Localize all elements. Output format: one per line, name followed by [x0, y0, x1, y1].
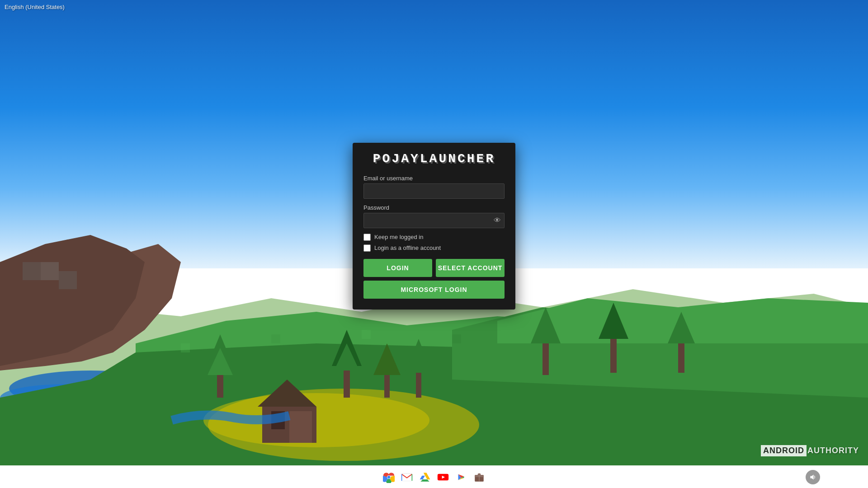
offline-account-checkbox[interactable]	[363, 244, 371, 252]
svg-rect-58	[848, 476, 849, 478]
dialog-title-container: POJAYLAUNCHER	[363, 152, 505, 166]
taskbar-package-icon[interactable]	[471, 469, 487, 485]
language-indicator: English (United States)	[5, 4, 65, 10]
microsoft-login-button[interactable]: MICROSOFT LOGIN	[363, 281, 505, 299]
email-input[interactable]	[363, 183, 505, 199]
keep-logged-in-row: Keep me logged in	[363, 234, 505, 241]
home-icon: ○	[12, 472, 17, 482]
password-label: Password	[363, 204, 505, 211]
network-strength: ▼	[831, 474, 836, 480]
password-toggle-icon[interactable]: 👁	[494, 217, 501, 224]
gmail-svg	[401, 471, 413, 483]
svg-point-41	[387, 475, 391, 479]
svg-marker-46	[420, 475, 425, 479]
primary-buttons-row: LOGIN SELECT ACCOUNT	[363, 259, 505, 277]
taskbar-drive-icon[interactable]	[417, 469, 433, 485]
package-svg	[473, 471, 485, 483]
watermark-authority: AUTHORITY	[807, 446, 859, 455]
language-text: English (United States)	[5, 4, 65, 10]
login-dialog: POJAYLAUNCHER Email or username Password…	[353, 143, 515, 310]
svg-marker-47	[420, 479, 429, 481]
speaker-tray-icon[interactable]	[806, 470, 820, 484]
battery-icon	[839, 474, 849, 480]
email-group: Email or username	[363, 175, 505, 199]
taskbar-home-button[interactable]: ○	[5, 468, 24, 486]
drive-svg	[419, 471, 431, 483]
offline-account-row: Login as a offline account	[363, 244, 505, 252]
taskbar-gmail-icon[interactable]	[399, 469, 415, 485]
taskbar-play-store-icon[interactable]	[453, 469, 469, 485]
taskbar-apps	[381, 469, 487, 485]
taskbar-youtube-icon[interactable]	[435, 469, 451, 485]
play-store-svg	[455, 471, 467, 483]
select-account-button[interactable]: SELECT ACCOUNT	[436, 259, 505, 277]
password-input[interactable]	[363, 213, 505, 228]
youtube-svg	[437, 471, 449, 483]
keep-logged-in-label: Keep me logged in	[374, 234, 423, 240]
battery-tray-area	[839, 474, 849, 480]
taskbar: ○	[0, 465, 868, 488]
keep-logged-in-checkbox[interactable]	[363, 234, 371, 241]
watermark-android: ANDROID	[761, 445, 807, 456]
email-label: Email or username	[363, 175, 505, 182]
clock-display: 5:39	[852, 474, 863, 480]
password-group: Password 👁	[363, 204, 505, 228]
svg-marker-54	[810, 474, 813, 479]
app-logo: POJAYLAUNCHER	[373, 152, 495, 166]
taskbar-chrome-icon[interactable]	[381, 469, 397, 485]
network-tray-area: ▼	[823, 474, 836, 481]
password-wrapper: 👁	[363, 213, 505, 228]
network-icon	[823, 474, 830, 481]
svg-marker-55	[823, 474, 829, 480]
login-button[interactable]: LOGIN	[363, 259, 432, 277]
system-tray: ▼ 5:39	[806, 470, 863, 484]
watermark: ANDROID AUTHORITY	[761, 445, 859, 456]
offline-account-label: Login as a offline account	[374, 244, 441, 251]
chrome-svg	[383, 471, 395, 483]
svg-rect-57	[840, 475, 847, 479]
dialog-overlay: POJAYLAUNCHER Email or username Password…	[0, 0, 868, 488]
